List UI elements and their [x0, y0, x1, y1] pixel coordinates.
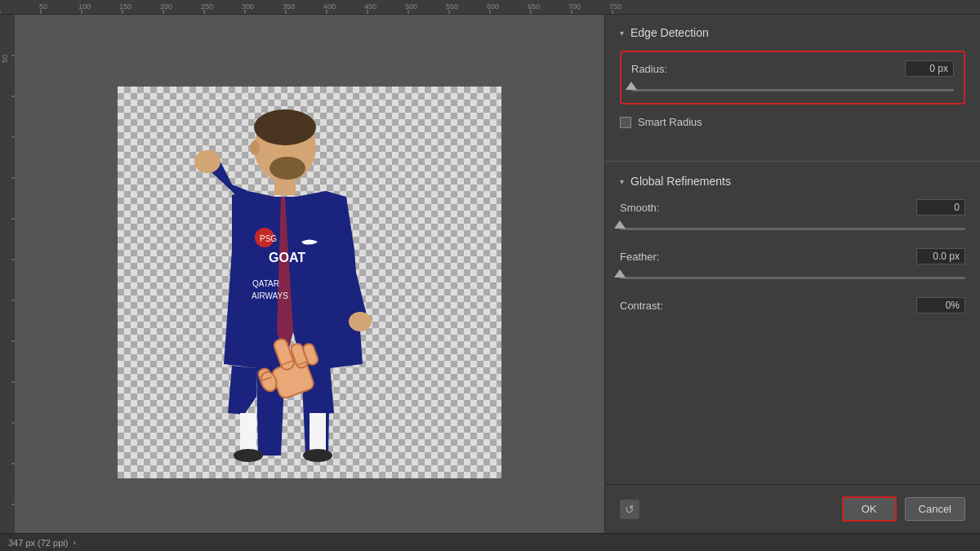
radius-value[interactable]: 0 px [905, 60, 954, 77]
radius-row: Radius: 0 px [631, 60, 954, 77]
smooth-slider-track [620, 228, 965, 230]
feather-value[interactable]: 0.0 px [916, 248, 965, 264]
svg-text:200: 200 [160, 2, 172, 11]
svg-text:GOAT: GOAT [269, 251, 305, 264]
smooth-slider-container[interactable] [620, 222, 965, 235]
feather-slider-track [620, 277, 965, 279]
feather-label: Feather: [620, 251, 659, 263]
radius-label: Radius: [631, 63, 667, 75]
feather-slider-container[interactable] [620, 271, 965, 284]
smooth-value[interactable]: 0 [916, 199, 965, 216]
edge-detection-section: ▾ Edge Detection Radius: 0 px Smart Radi [605, 15, 980, 156]
contrast-row: Contrast: 0% [620, 297, 965, 313]
collapse-arrow-edge[interactable]: ▾ [620, 29, 624, 38]
cancel-button[interactable]: Cancel [905, 497, 965, 521]
svg-text:250: 250 [201, 2, 213, 11]
reset-button[interactable]: ↺ [620, 500, 639, 519]
svg-text:AIRWAYS: AIRWAYS [252, 291, 288, 300]
canvas-area: 50 [0, 15, 604, 533]
radius-slider-thumb[interactable] [626, 82, 637, 90]
smooth-label: Smooth: [620, 202, 659, 214]
radius-box: Radius: 0 px [620, 51, 965, 104]
global-refinements-title: Global Refinements [630, 175, 731, 188]
edge-detection-header: ▾ Edge Detection [620, 26, 965, 39]
radius-slider-track [631, 89, 954, 91]
svg-point-50 [194, 150, 220, 173]
feather-slider-thumb[interactable] [614, 269, 626, 278]
status-bar-arrow[interactable]: › [73, 538, 75, 547]
svg-point-59 [250, 140, 260, 155]
svg-text:50: 50 [1, 55, 9, 63]
messi-figure: GOAT QATAR AIRWAYS PSG [167, 103, 379, 470]
svg-text:750: 750 [609, 2, 621, 11]
contrast-label: Contrast: [620, 300, 663, 312]
bottom-bar: ↺ OK Cancel [605, 484, 980, 533]
global-refinements-section: ▾ Global Refinements Smooth: 0 Feather [605, 175, 980, 333]
svg-text:300: 300 [242, 2, 254, 11]
svg-point-49 [270, 157, 305, 180]
radius-slider-container[interactable] [631, 83, 954, 96]
svg-text:600: 600 [487, 2, 499, 11]
cursor-hand-icon [248, 323, 330, 413]
image-canvas: GOAT QATAR AIRWAYS PSG [118, 87, 501, 478]
svg-text:QATAR: QATAR [252, 279, 279, 288]
status-text: 347 px (72 ppi) [8, 538, 68, 548]
svg-text:450: 450 [364, 2, 376, 11]
global-refinements-header: ▾ Global Refinements [620, 175, 965, 188]
svg-text:400: 400 [323, 2, 336, 11]
smooth-slider-thumb[interactable] [614, 220, 626, 229]
svg-point-51 [349, 312, 372, 331]
left-ruler: 50 [0, 15, 15, 533]
svg-text:PSG: PSG [260, 234, 277, 243]
svg-text:50: 50 [39, 2, 47, 11]
svg-text:500: 500 [405, 2, 417, 11]
contrast-value[interactable]: 0% [916, 297, 965, 313]
divider-1 [605, 161, 980, 162]
ok-button[interactable]: OK [842, 496, 897, 522]
feather-row: Feather: 0.0 px [620, 248, 965, 264]
top-ruler: 50 100 150 200 250 300 350 400 450 500 5… [0, 0, 980, 15]
svg-text:350: 350 [283, 2, 295, 11]
svg-point-55 [303, 449, 332, 462]
svg-text:700: 700 [568, 2, 581, 11]
collapse-arrow-global[interactable]: ▾ [620, 177, 624, 186]
smart-radius-checkbox[interactable] [620, 117, 631, 128]
svg-text:150: 150 [119, 2, 131, 11]
status-bar: 347 px (72 ppi) › [0, 533, 980, 551]
svg-text:100: 100 [78, 2, 91, 11]
svg-text:550: 550 [446, 2, 458, 11]
svg-point-48 [254, 109, 316, 145]
smart-radius-row[interactable]: Smart Radius [620, 116, 965, 128]
smooth-row: Smooth: 0 [620, 199, 965, 216]
edge-detection-title: Edge Detection [630, 26, 709, 39]
svg-point-54 [234, 449, 263, 462]
right-panel: ▾ Edge Detection Radius: 0 px Smart Radi [604, 15, 980, 533]
svg-text:650: 650 [528, 2, 540, 11]
smart-radius-label: Smart Radius [638, 116, 702, 128]
svg-rect-32 [0, 15, 15, 533]
